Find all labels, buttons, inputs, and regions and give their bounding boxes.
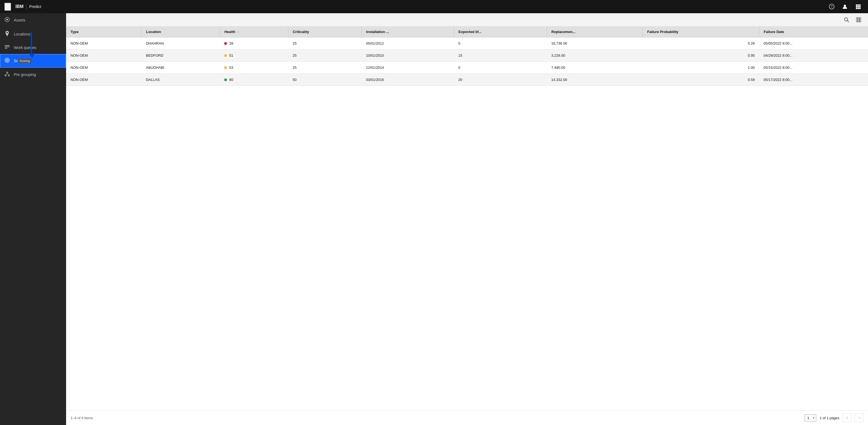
cell-location: ABUDHABI (142, 62, 220, 74)
pagination-prev-button[interactable] (843, 414, 851, 422)
col-criticality[interactable]: Criticality (288, 26, 362, 37)
location-icon (4, 31, 10, 37)
brand: IBM | Predict (16, 4, 41, 10)
apps-button[interactable] (852, 1, 864, 12)
svg-rect-18 (5, 46, 10, 47)
svg-rect-9 (856, 6, 857, 7)
col-location[interactable]: Location (142, 26, 220, 37)
cell-type: NON-OEM (66, 50, 142, 62)
layout: Assets Locations Work queues (0, 13, 868, 425)
brand-ibm: IBM (16, 4, 23, 9)
svg-rect-0 (5, 4, 10, 5)
data-table-wrapper: Type Location Health Criticality (66, 26, 868, 411)
cell-installation: 12/01/2014 (362, 62, 454, 74)
work-queues-icon (4, 45, 10, 50)
col-type[interactable]: Type (66, 26, 142, 37)
health-value: 39 (229, 41, 233, 45)
svg-rect-10 (858, 6, 859, 7)
svg-point-24 (5, 75, 6, 76)
svg-rect-13 (858, 8, 859, 9)
health-dot (224, 66, 227, 69)
health-value: 80 (229, 77, 233, 82)
svg-point-16 (6, 19, 8, 20)
col-health[interactable]: Health (220, 26, 288, 37)
cell-health: 80 (220, 74, 288, 86)
svg-point-23 (7, 72, 8, 73)
col-failure-date[interactable]: Failure Date (759, 26, 868, 37)
menu-button[interactable] (4, 3, 11, 11)
user-button[interactable] (839, 1, 850, 12)
sidebar-item-assets[interactable]: Assets (0, 13, 66, 27)
svg-rect-1 (5, 6, 10, 6)
col-failure-prob[interactable]: Failure Probability (643, 26, 759, 37)
page-select-wrap[interactable]: 1 (805, 415, 816, 421)
svg-rect-6 (856, 4, 857, 6)
cell-failure-date: 05/05/2022 8:00... (759, 37, 868, 50)
cell-failure-prob: 0.59 (643, 74, 759, 86)
brand-divider: | (26, 4, 27, 10)
col-replacement[interactable]: Replacemen... (547, 26, 643, 37)
cell-criticality: 25 (288, 50, 362, 62)
svg-rect-17 (5, 45, 10, 46)
health-dot (224, 78, 227, 81)
table-row: NON-OEM DHAHRAN 39 25 05/01/2012 0 16,73… (66, 37, 868, 50)
sidebar-item-work-queues[interactable]: Work queues (0, 41, 66, 54)
sidebar-item-pre-grouping-label: Pre grouping (14, 72, 36, 77)
sidebar-item-locations[interactable]: Locations (0, 27, 66, 41)
svg-point-25 (8, 75, 10, 76)
cell-replacement: 16,736.00 (547, 37, 643, 50)
svg-rect-2 (5, 7, 10, 8)
svg-rect-32 (860, 18, 861, 22)
pagination-items-count: 1–4 of 4 items (70, 416, 801, 420)
pagination: 1–4 of 4 items 1 1 of 1 pages (66, 411, 868, 425)
pagination-pages-label: 1 of 1 pages (819, 416, 839, 420)
table-header: Type Location Health Criticality (66, 26, 868, 37)
health-dot (224, 42, 227, 45)
cell-location: BEDFORD (142, 50, 220, 62)
svg-line-27 (7, 73, 9, 75)
cell-health: 53 (220, 62, 288, 74)
sidebar-item-scoring-label: Scoring (14, 59, 27, 63)
cell-failure-date: 05/17/2022 8:00... (759, 74, 868, 86)
cell-replacement: 3,228.00 (547, 50, 643, 62)
cell-criticality: 25 (288, 37, 362, 50)
cell-expected-life: 0 (454, 62, 547, 74)
svg-rect-14 (859, 8, 861, 9)
cell-criticality: 25 (288, 62, 362, 74)
cell-criticality: 50 (288, 74, 362, 86)
cell-location: DHAHRAN (142, 37, 220, 50)
cell-installation: 05/01/2012 (362, 37, 454, 50)
cell-type: NON-OEM (66, 62, 142, 74)
cell-failure-prob: 0.95 (643, 50, 759, 62)
cell-failure-prob: 0.26 (643, 37, 759, 50)
svg-rect-11 (859, 6, 861, 7)
page-select[interactable]: 1 (805, 415, 816, 421)
cell-failure-date: 05/15/2022 8:00... (759, 62, 868, 74)
table-row: NON-OEM ABUDHABI 53 25 12/01/2014 0 7,49… (66, 62, 868, 74)
sidebar: Assets Locations Work queues (0, 13, 66, 425)
help-button[interactable]: ? (826, 1, 837, 12)
pre-grouping-icon (4, 72, 10, 77)
cell-installation: 03/01/2016 (362, 74, 454, 86)
topbar: IBM | Predict ? (0, 0, 868, 13)
search-toolbar-button[interactable] (842, 15, 851, 25)
columns-toolbar-button[interactable] (854, 15, 864, 25)
svg-point-22 (7, 60, 8, 61)
table-row: NON-OEM DALLAS 80 50 03/01/2016 20 14,33… (66, 74, 868, 86)
topbar-icons: ? (826, 1, 864, 12)
sidebar-item-pre-grouping[interactable]: Pre grouping (0, 68, 66, 81)
pagination-next-button[interactable] (855, 414, 864, 422)
col-expected-life[interactable]: Expected lif... (454, 26, 547, 37)
health-value: 53 (229, 66, 233, 70)
cell-failure-prob: 1.00 (643, 62, 759, 74)
health-value: 51 (229, 54, 233, 58)
sidebar-item-work-queues-label: Work queues (14, 45, 36, 50)
cell-expected-life: 20 (454, 74, 547, 86)
sidebar-item-scoring[interactable]: Scoring Scoring (0, 54, 66, 68)
cell-health: 51 (220, 50, 288, 62)
main-toolbar (66, 13, 868, 26)
svg-rect-7 (858, 4, 859, 6)
col-installation[interactable]: Installation ... (362, 26, 454, 37)
sidebar-item-assets-label: Assets (14, 18, 25, 22)
main-content: Type Location Health Criticality (66, 13, 868, 425)
